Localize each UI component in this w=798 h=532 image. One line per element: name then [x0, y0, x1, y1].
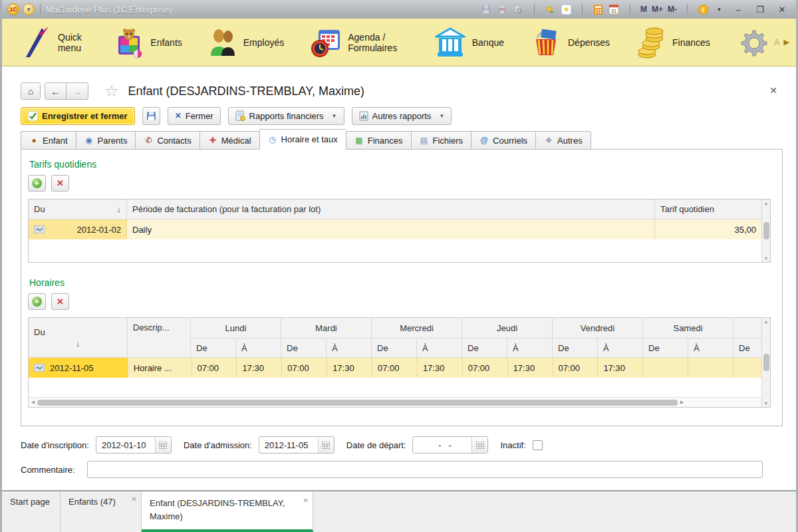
tarifs-cell-tarif[interactable]: 35,00 — [655, 219, 761, 239]
horaires-vertical-scrollbar[interactable]: ▲ ▼ — [761, 318, 770, 407]
calendar-icon[interactable]: 31 — [608, 4, 620, 15]
scroll-down-icon[interactable]: ▼ — [764, 401, 769, 406]
scroll-thumb[interactable] — [763, 222, 769, 239]
tab-autres[interactable]: ❖Autres — [535, 131, 591, 150]
horaires-cell-du[interactable]: 2012-11-05 — [29, 358, 128, 378]
horaires-horizontal-scrollbar[interactable]: ◀ ▶ — [29, 397, 761, 407]
time-cell[interactable]: 17:30 — [598, 358, 643, 378]
toolbar-item-enfants[interactable]: Enfants — [101, 19, 195, 66]
toolbar-overflow-icon[interactable]: ▶ — [784, 38, 789, 47]
horaires-delete-button[interactable]: ✕ — [51, 293, 69, 310]
system-menu-dropdown-icon[interactable]: ▼ — [23, 3, 35, 15]
tab-horaire-et-taux[interactable]: ◷Horaire et taux — [259, 129, 346, 150]
maximize-button[interactable]: ❐ — [751, 4, 769, 15]
scroll-thumb[interactable] — [763, 354, 769, 371]
bottom-tab-enfant-form[interactable]: Enfant (DESJARDINS-TREMBLAY, Maxime) ✕ — [142, 491, 313, 532]
tab-courriels[interactable]: @Courriels — [471, 131, 535, 150]
tarifs-row[interactable]: 2012-01-02 Daily 35,00 — [29, 219, 761, 239]
horaires-day-mercredi[interactable]: Mercredi — [372, 318, 462, 338]
time-cell[interactable]: 07:00 — [553, 358, 598, 378]
sub-col-de[interactable]: De — [643, 338, 688, 358]
sub-col-a[interactable]: À — [507, 338, 553, 358]
horaires-day-samedi[interactable]: Samedi — [643, 318, 733, 338]
horaires-cell-desc[interactable]: Horaire ... — [128, 358, 192, 378]
toolbar-item-administration[interactable] — [724, 19, 774, 66]
bottom-tab-start-page[interactable]: Start page — [2, 491, 61, 532]
info-dropdown-icon[interactable]: ▼ — [714, 4, 725, 15]
save-and-close-button[interactable]: Enregistrer et fermer — [21, 107, 135, 125]
toolbar-item-finances[interactable]: Finances — [623, 19, 724, 66]
commentaire-input[interactable] — [87, 461, 763, 478]
rapports-financiers-button[interactable]: Rapports financiers ▼ — [228, 107, 344, 125]
save-button[interactable] — [142, 107, 160, 125]
tarifs-col-du[interactable]: Du↓ — [29, 200, 127, 219]
scroll-down-icon[interactable]: ▼ — [764, 256, 769, 261]
horaires-row[interactable]: 2012-11-05 Horaire ... 07:00 17:30 07:00… — [29, 358, 761, 378]
tab-contacts[interactable]: ✆Contacts — [135, 131, 199, 150]
sub-col-de[interactable]: De — [191, 338, 236, 358]
tab-parents[interactable]: ◉Parents — [76, 131, 136, 150]
tarifs-col-tarif[interactable]: Tarif quotidien — [655, 200, 761, 219]
horaires-day-jeudi[interactable]: Jeudi — [462, 318, 553, 338]
close-tab-icon[interactable]: ✕ — [132, 495, 137, 503]
calendar-picker-icon[interactable] — [318, 437, 334, 453]
favorites-icon[interactable] — [561, 4, 572, 15]
toolbar-item-depenses[interactable]: Dépenses — [517, 19, 623, 66]
horaires-day-mardi[interactable]: Mardi — [281, 318, 372, 338]
fermer-button[interactable]: ✕ Fermer — [168, 107, 221, 125]
calculator-icon[interactable] — [593, 4, 604, 15]
inscription-input[interactable] — [96, 440, 155, 450]
close-tab-icon[interactable]: ✕ — [303, 495, 309, 505]
sub-col-a[interactable]: À — [236, 338, 281, 358]
time-cell[interactable]: 17:30 — [237, 358, 282, 378]
tarifs-cell-periode[interactable]: Daily — [127, 219, 655, 239]
time-cell[interactable]: 07:00 — [192, 358, 237, 378]
sub-col-de[interactable]: De — [462, 338, 507, 358]
autres-rapports-button[interactable]: Autres rapports ▼ — [352, 107, 452, 125]
close-form-icon[interactable]: ✕ — [769, 85, 777, 96]
home-button[interactable]: ⌂ — [21, 82, 41, 100]
memory-m-plus-button[interactable]: M+ — [652, 5, 663, 14]
sub-col-a[interactable]: À — [598, 338, 643, 358]
tarifs-delete-button[interactable]: ✕ — [51, 175, 69, 192]
inactif-checkbox[interactable] — [533, 440, 543, 450]
time-cell[interactable]: 17:30 — [327, 358, 372, 378]
minimize-button[interactable]: – — [730, 4, 747, 15]
scroll-up-icon[interactable]: ▲ — [764, 319, 769, 324]
horaires-col-desc[interactable]: Descrip... — [128, 318, 191, 358]
close-window-button[interactable]: ✕ — [773, 4, 791, 15]
time-cell[interactable]: 17:30 — [418, 358, 463, 378]
add-favorite-icon[interactable] — [545, 4, 556, 15]
horaires-col-du[interactable]: Du ↓ — [29, 318, 128, 358]
toolbar-item-employes[interactable]: Employés — [196, 19, 297, 66]
time-cell[interactable] — [643, 358, 688, 378]
time-cell[interactable]: 07:00 — [463, 358, 508, 378]
tarifs-vertical-scrollbar[interactable]: ▲ ▼ — [761, 200, 770, 262]
calendar-picker-icon[interactable] — [155, 437, 171, 453]
admission-input[interactable] — [259, 440, 318, 450]
horaires-day-lundi[interactable]: Lundi — [191, 318, 281, 338]
sub-col-de[interactable]: De — [553, 338, 598, 358]
forward-button[interactable]: → — [66, 82, 88, 100]
favorite-star-icon[interactable]: ☆ — [104, 82, 119, 100]
memory-m-minus-button[interactable]: M- — [668, 5, 677, 14]
tab-finances[interactable]: ▦Finances — [346, 131, 411, 150]
depart-input[interactable] — [413, 440, 471, 450]
sub-col-a[interactable]: À — [327, 338, 372, 358]
sub-col-a[interactable]: À — [688, 338, 733, 358]
calendar-picker-icon[interactable] — [471, 437, 487, 453]
tarifs-col-periode[interactable]: Période de facturation (pour la facturat… — [127, 200, 655, 219]
scroll-thumb[interactable] — [37, 400, 678, 406]
sub-col-de[interactable]: De — [281, 338, 327, 358]
toolbar-item-banque[interactable]: Banque — [422, 19, 517, 66]
memory-m-button[interactable]: M — [640, 5, 647, 14]
bottom-tab-enfants-list[interactable]: Enfants (47) ✕ — [61, 491, 142, 532]
toolbar-item-agenda[interactable]: Agenda / Formulaires — [297, 19, 421, 66]
info-icon[interactable]: i — [698, 4, 709, 15]
tab-fichiers[interactable]: ▤Fichiers — [411, 131, 471, 150]
time-cell[interactable]: 17:30 — [508, 358, 553, 378]
scroll-right-icon[interactable]: ▶ — [680, 400, 684, 405]
tab-medical[interactable]: ✚Médical — [200, 131, 259, 150]
time-cell[interactable]: 07:00 — [282, 358, 327, 378]
time-cell[interactable]: 07:00 — [372, 358, 418, 378]
